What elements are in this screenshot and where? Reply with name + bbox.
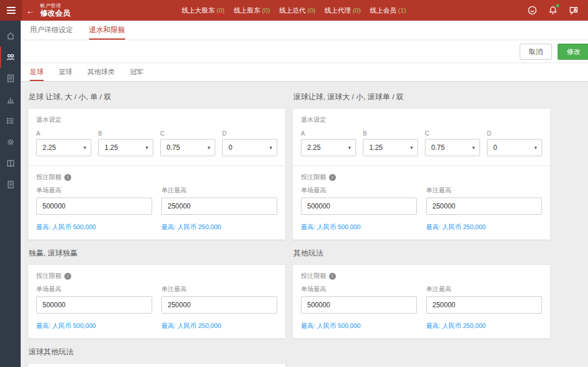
- sidebar-item-reports[interactable]: [0, 68, 21, 89]
- limits-row: 单场最高 最高: 人民币 500,000 单注最高 最高: 人民币 250,00…: [301, 285, 542, 330]
- rebate-select-c[interactable]: 0.75▾: [160, 139, 215, 156]
- section-card: 投注限额i 单场最高 最高: 人民币 500,000 单注最高 最高: 人民币 …: [28, 363, 286, 367]
- field-max-per-bet: 单注最高 最高: 人民币 250,000: [161, 285, 277, 330]
- nav-online-super-shareholder[interactable]: 线上大股东(0): [182, 6, 225, 15]
- limit-hint: 最高: 人民币 250,000: [161, 223, 277, 231]
- select-value: 2.25: [307, 144, 320, 152]
- cancel-button[interactable]: 取消: [520, 44, 552, 60]
- rebate-select-c[interactable]: 0.75▾: [425, 139, 480, 156]
- rebate-select-b[interactable]: 1.25▾: [363, 139, 418, 156]
- limit-hint: 最高: 人民币 500,000: [36, 223, 152, 231]
- sidebar-item-statistics[interactable]: [0, 89, 21, 110]
- rebate-option-label: D: [222, 130, 277, 137]
- info-icon[interactable]: i: [64, 174, 71, 181]
- section-card: 投注限额i 单场最高 最高: 人民币 500,000 单注最高 最高: 人民币 …: [292, 264, 551, 339]
- rebate-select-d[interactable]: 0▾: [222, 139, 277, 156]
- tab-rebate-limits[interactable]: 退水和限额: [89, 21, 125, 40]
- info-icon[interactable]: i: [329, 174, 336, 181]
- sidebar-item-home[interactable]: [0, 25, 21, 47]
- select-value: 0.75: [167, 144, 180, 152]
- bet-limits-label: 投注限额i: [301, 272, 542, 280]
- page-title: 修改会员: [40, 9, 70, 18]
- divider: [28, 165, 285, 166]
- count-badge: (1): [398, 7, 406, 14]
- sport-tab-basketball[interactable]: 篮球: [59, 63, 72, 81]
- home-icon: [6, 31, 16, 41]
- info-icon[interactable]: i: [64, 273, 71, 280]
- info-icon[interactable]: i: [329, 273, 336, 280]
- tab-user-details[interactable]: 用户详细设定: [30, 21, 73, 40]
- rebate-option-label: A: [301, 130, 356, 137]
- rebate-settings-label: 退水设定: [36, 115, 277, 124]
- divider: [293, 165, 550, 166]
- support-icon[interactable]: [527, 5, 537, 16]
- field-label: 单场最高: [36, 186, 152, 195]
- max-per-match-input[interactable]: [301, 296, 417, 314]
- section-live-handicap-ou-oe: 滚球让球, 滚球大 / 小, 滚球单 / 双 退水设定 A 2.25▾ B 1.…: [292, 85, 551, 240]
- max-per-match-input[interactable]: [36, 198, 152, 215]
- back-arrow-icon[interactable]: ←: [22, 6, 39, 16]
- rebate-group-b: B 1.25▾: [98, 130, 153, 156]
- max-per-bet-input[interactable]: [161, 296, 277, 314]
- rebate-select-a[interactable]: 2.25▾: [36, 139, 91, 156]
- max-per-match-input[interactable]: [301, 198, 417, 215]
- section-other-plays: 其他玩法 投注限额i 单场最高 最高: 人民币 500,000 单注最高 最高:…: [292, 241, 551, 339]
- section-title: 滚球其他玩法: [29, 347, 286, 357]
- rebate-row: A 2.25▾ B 1.25▾ C 0.75▾ D 0▾: [301, 130, 542, 156]
- sidebar-item-tasks[interactable]: [0, 110, 21, 132]
- section-card: 退水设定 A 2.25▾ B 1.25▾ C 0.75▾ D: [292, 108, 551, 240]
- rebate-option-label: B: [363, 130, 418, 137]
- max-per-bet-input[interactable]: [426, 296, 542, 314]
- field-label: 单注最高: [426, 285, 542, 293]
- sidebar-item-records[interactable]: [0, 174, 21, 195]
- field-max-per-bet: 单注最高 最高: 人民币 250,000: [426, 186, 542, 231]
- nav-online-master-agent[interactable]: 线上总代(0): [279, 6, 315, 15]
- sidebar: [0, 21, 21, 367]
- count-badge: (0): [216, 7, 225, 14]
- section-title: 其他玩法: [293, 248, 551, 258]
- users-icon: [6, 52, 16, 62]
- gear-icon: [6, 137, 16, 147]
- rebate-select-d[interactable]: 0▾: [487, 139, 542, 156]
- hamburger-menu-icon[interactable]: [0, 0, 22, 21]
- chevron-down-icon: ▾: [472, 145, 475, 150]
- rebate-group-b: B 1.25▾: [363, 130, 418, 156]
- limit-hint: 最高: 人民币 250,000: [426, 322, 542, 330]
- select-value: 1.25: [369, 144, 382, 152]
- rebate-group-a: A 2.25▾: [301, 130, 356, 156]
- breadcrumb: 帐户管理: [40, 3, 70, 9]
- page-tabs: 用户详细设定 退水和限额: [21, 21, 588, 40]
- count-badge: (0): [262, 7, 270, 14]
- title-block: 帐户管理 修改会员: [40, 3, 70, 17]
- notifications-bell-icon[interactable]: [548, 5, 558, 16]
- chevron-down-icon: ▾: [410, 145, 413, 150]
- messages-icon[interactable]: [568, 5, 579, 16]
- sport-tab-champion[interactable]: 冠军: [130, 63, 144, 81]
- nav-online-member[interactable]: 线上会员(1): [370, 6, 406, 15]
- max-per-bet-input[interactable]: [161, 198, 277, 215]
- max-per-bet-input[interactable]: [426, 198, 542, 215]
- count-badge: (0): [353, 7, 361, 14]
- header-nav: 线上大股东(0) 线上股东(0) 线上总代(0) 线上代理(0) 线上会员(1): [182, 6, 407, 15]
- rebate-row: A 2.25▾ B 1.25▾ C 0.75▾ D 0▾: [36, 130, 277, 156]
- rebate-group-d: D 0▾: [222, 130, 277, 156]
- sport-tabs: 足球 篮球 其他球类 冠军: [21, 63, 588, 82]
- app-header: ← 帐户管理 修改会员 线上大股东(0) 线上股东(0) 线上总代(0) 线上代…: [0, 0, 588, 21]
- sidebar-item-members[interactable]: [0, 47, 21, 68]
- rebate-select-a[interactable]: 2.25▾: [301, 139, 356, 156]
- sidebar-item-ledger[interactable]: [0, 153, 21, 174]
- submit-button[interactable]: 修改: [558, 44, 588, 60]
- sport-tab-other-sports[interactable]: 其他球类: [87, 63, 115, 81]
- nav-online-shareholder[interactable]: 线上股东(0): [234, 6, 270, 15]
- document-icon: [6, 74, 16, 83]
- rebate-select-b[interactable]: 1.25▾: [98, 139, 153, 156]
- nav-online-agent[interactable]: 线上代理(0): [324, 6, 361, 15]
- select-value: 1.25: [105, 144, 118, 152]
- max-per-match-input[interactable]: [36, 296, 152, 314]
- select-value: 2.25: [42, 144, 56, 152]
- section-live-other-plays: 滚球其他玩法 投注限额i 单场最高 最高: 人民币 500,000 单注最高 最…: [28, 340, 286, 367]
- sport-tab-football[interactable]: 足球: [30, 63, 44, 81]
- rebate-option-label: D: [487, 130, 542, 137]
- book-icon: [6, 159, 16, 168]
- sidebar-item-settings[interactable]: [0, 132, 21, 153]
